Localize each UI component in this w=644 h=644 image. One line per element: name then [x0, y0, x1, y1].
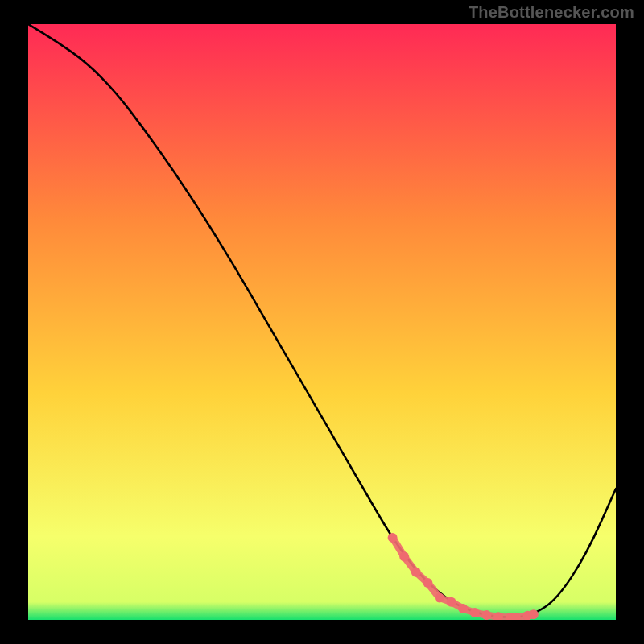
marker-dot: [458, 604, 468, 613]
watermark-text: TheBottlenecker.com: [469, 3, 634, 22]
gradient-background: [28, 24, 616, 620]
marker-dot: [388, 533, 398, 543]
marker-dot: [470, 608, 480, 617]
plot-area: [28, 24, 616, 620]
marker-dot: [423, 578, 432, 588]
marker-dot: [529, 609, 539, 619]
chart-svg: [28, 24, 616, 620]
marker-dot: [447, 597, 456, 607]
marker-dot: [481, 610, 491, 620]
marker-dot: [435, 593, 444, 603]
chart-container: TheBottlenecker.com: [0, 0, 644, 644]
marker-dot: [411, 568, 421, 577]
marker-dot: [399, 552, 409, 562]
